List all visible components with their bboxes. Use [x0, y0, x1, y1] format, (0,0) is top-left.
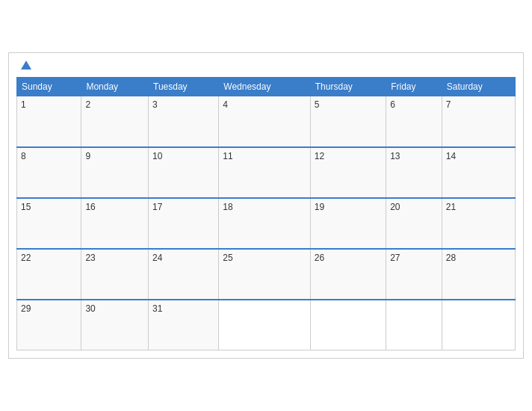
- calendar-day-cell: 4: [219, 96, 311, 147]
- day-number: 21: [446, 202, 456, 212]
- day-number: 1: [21, 99, 26, 110]
- calendar-day-cell: 1: [17, 96, 81, 147]
- calendar-day-cell: 24: [149, 249, 219, 300]
- weekday-header-wednesday: Wednesday: [219, 78, 311, 96]
- calendar-body: 1234567891011121314151617181920212223242…: [17, 96, 516, 350]
- day-number: 5: [315, 99, 320, 110]
- calendar-weekdays-header: SundayMondayTuesdayWednesdayThursdayFrid…: [17, 78, 516, 96]
- calendar-day-cell: 29: [17, 300, 81, 350]
- calendar-day-cell: 14: [442, 147, 515, 198]
- weekday-header-saturday: Saturday: [442, 78, 515, 96]
- weekday-header-monday: Monday: [81, 78, 149, 96]
- calendar-week-row: 891011121314: [17, 147, 516, 198]
- calendar-day-cell: 6: [386, 96, 442, 147]
- day-number: 20: [390, 202, 400, 212]
- day-number: 30: [85, 303, 95, 314]
- calendar-day-cell: 15: [17, 198, 81, 249]
- weekday-header-sunday: Sunday: [17, 78, 81, 96]
- day-number: 6: [390, 99, 395, 110]
- day-number: 2: [85, 99, 90, 110]
- day-number: 14: [446, 151, 456, 161]
- day-number: 13: [390, 151, 400, 161]
- calendar-day-cell: 11: [219, 147, 311, 198]
- calendar-container: SundayMondayTuesdayWednesdayThursdayFrid…: [8, 52, 524, 359]
- day-number: 28: [446, 253, 456, 263]
- calendar-day-cell: [442, 300, 515, 350]
- day-number: 23: [85, 253, 95, 263]
- weekday-header-tuesday: Tuesday: [149, 78, 219, 96]
- calendar-day-cell: 3: [149, 96, 219, 147]
- day-number: 19: [315, 202, 324, 212]
- day-number: 25: [223, 253, 232, 263]
- weekday-row: SundayMondayTuesdayWednesdayThursdayFrid…: [17, 78, 516, 96]
- calendar-day-cell: 16: [81, 198, 149, 249]
- calendar-day-cell: 19: [310, 198, 386, 249]
- calendar-day-cell: 2: [81, 96, 149, 147]
- calendar-day-cell: 5: [310, 96, 386, 147]
- day-number: 24: [152, 253, 162, 263]
- calendar-day-cell: 8: [17, 147, 81, 198]
- calendar-day-cell: 12: [310, 147, 386, 198]
- calendar-week-row: 15161718192021: [17, 198, 516, 249]
- calendar-day-cell: 7: [442, 96, 515, 147]
- calendar-day-cell: 23: [81, 249, 149, 300]
- day-number: 12: [315, 151, 324, 161]
- day-number: 27: [390, 253, 400, 263]
- day-number: 18: [223, 202, 232, 212]
- weekday-header-thursday: Thursday: [310, 78, 386, 96]
- day-number: 8: [21, 151, 26, 161]
- day-number: 26: [315, 253, 324, 263]
- calendar-day-cell: 28: [442, 249, 515, 300]
- day-number: 11: [223, 151, 232, 161]
- calendar-day-cell: 20: [386, 198, 442, 249]
- day-number: 15: [21, 202, 31, 212]
- calendar-day-cell: 21: [442, 198, 515, 249]
- day-number: 29: [21, 303, 31, 314]
- calendar-day-cell: 30: [81, 300, 149, 350]
- calendar-day-cell: [219, 300, 311, 350]
- day-number: 31: [152, 303, 162, 314]
- day-number: 17: [152, 202, 162, 212]
- calendar-day-cell: [386, 300, 442, 350]
- day-number: 22: [21, 253, 31, 263]
- calendar-day-cell: 31: [149, 300, 219, 350]
- day-number: 10: [152, 151, 162, 161]
- weekday-header-friday: Friday: [386, 78, 442, 96]
- calendar-day-cell: 25: [219, 249, 311, 300]
- calendar-day-cell: 10: [149, 147, 219, 198]
- logo: [19, 61, 31, 69]
- calendar-day-cell: 9: [81, 147, 149, 198]
- calendar-grid: SundayMondayTuesdayWednesdayThursdayFrid…: [16, 77, 516, 350]
- day-number: 7: [446, 99, 451, 110]
- logo-triangle-icon: [21, 61, 31, 69]
- calendar-day-cell: 26: [310, 249, 386, 300]
- calendar-day-cell: 13: [386, 147, 442, 198]
- day-number: 3: [152, 99, 158, 110]
- calendar-week-row: 293031: [17, 300, 516, 350]
- calendar-day-cell: 27: [386, 249, 442, 300]
- day-number: 4: [223, 99, 228, 110]
- calendar-day-cell: [310, 300, 386, 350]
- day-number: 16: [85, 202, 95, 212]
- calendar-header: [16, 61, 516, 69]
- calendar-week-row: 22232425262728: [17, 249, 516, 300]
- calendar-day-cell: 18: [219, 198, 311, 249]
- calendar-week-row: 1234567: [17, 96, 516, 147]
- calendar-day-cell: 17: [149, 198, 219, 249]
- day-number: 9: [85, 151, 90, 161]
- calendar-day-cell: 22: [17, 249, 81, 300]
